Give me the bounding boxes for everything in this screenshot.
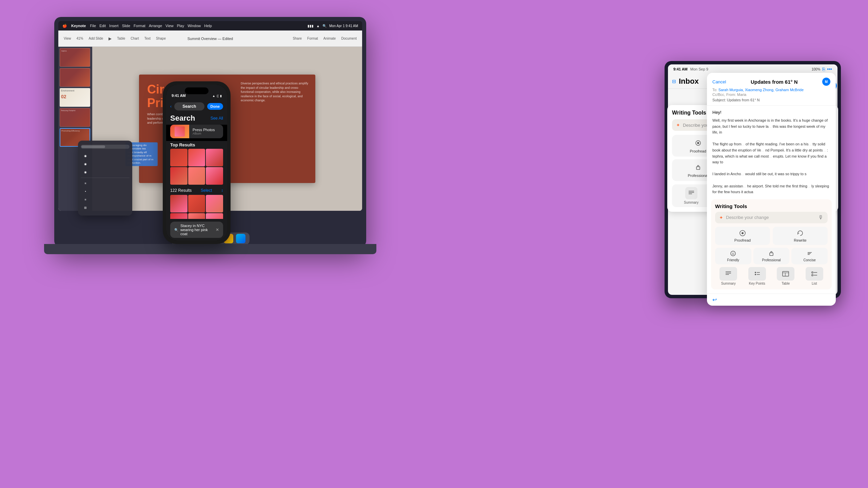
slide-thumb-4[interactable]: Reducing Footprint [60, 108, 90, 127]
sidebar-toggle-icon[interactable]: ⊟ [672, 79, 676, 84]
wt-email-placeholder: Describe your change [726, 215, 815, 220]
clear-search-button[interactable]: ✕ [216, 227, 219, 232]
wt-email-title: Writing Tools [715, 203, 828, 209]
email-body-text: Well, my first week in Anchorage is in t… [712, 118, 830, 195]
photo-cell-1[interactable] [170, 149, 188, 166]
search-icon[interactable]: 🔍 [322, 24, 327, 28]
album-subtitle: Album [193, 132, 215, 135]
wt-email-professional[interactable]: Professional [753, 248, 790, 264]
menu-items: File Edit Insert Slide Format Arrange Vi… [90, 24, 212, 28]
toolbar-chart[interactable]: Chart [131, 37, 139, 40]
photo-cell-3[interactable] [206, 149, 223, 166]
toolbar-table[interactable]: Table [117, 37, 125, 40]
done-button[interactable]: Done [207, 103, 223, 110]
photo-result-2[interactable] [188, 195, 205, 212]
menu-view[interactable]: View [165, 24, 174, 28]
slide-thumb-2[interactable] [60, 68, 90, 87]
ipad-battery: 100% [812, 67, 821, 71]
ipad-more-btn[interactable]: ••• [827, 66, 832, 72]
photo-result-3[interactable] [206, 195, 223, 212]
cancel-button[interactable]: Cancel [712, 79, 726, 84]
wt-email-rewrite[interactable]: Rewrite [773, 227, 828, 245]
toolbar-animate[interactable]: Animate [323, 37, 336, 40]
menu-play[interactable]: Play [177, 24, 184, 28]
wt-divider [81, 178, 130, 178]
wt-mac-items: ◉ ◉ ◉ ≡ • ≡ [81, 152, 130, 211]
menu-window[interactable]: Window [188, 24, 201, 28]
wt-email-summary-action[interactable]: Summary [715, 267, 742, 285]
toolbar-view-btn[interactable]: View [64, 37, 71, 40]
slide-thumb-1[interactable]: topics [60, 48, 90, 67]
toolbar-text[interactable]: Text [144, 37, 151, 40]
wt-email-proofread[interactable]: Proofread [715, 227, 770, 245]
table-action-label-email: Table [782, 282, 790, 285]
app-name: Keynote [71, 24, 86, 28]
wt-ipad-summary-action[interactable]: Summary [672, 184, 710, 207]
apple-logo-icon[interactable]: 🍎 [62, 24, 67, 28]
macbook-base [44, 244, 376, 254]
wt-mac-tabs [81, 145, 130, 149]
wt-mac-item-table[interactable]: ⊞ [81, 204, 130, 211]
menu-help[interactable]: Help [204, 24, 212, 28]
toolbar-shape[interactable]: Shape [156, 37, 166, 40]
reply-icon[interactable]: ↩ [712, 297, 717, 303]
menu-format[interactable]: Format [134, 24, 145, 28]
wt-email-input[interactable]: ✦ Describe your change 🎙 [715, 212, 828, 223]
toolbar-play[interactable]: ▶ [108, 36, 112, 41]
photo-cell-5[interactable] [188, 167, 205, 185]
photo-cell-2[interactable] [188, 149, 205, 166]
menu-insert[interactable]: Insert [109, 24, 119, 28]
search-bar[interactable]: Search [174, 102, 204, 110]
photo-result-1[interactable] [170, 195, 188, 212]
summary-action-label: Summary [684, 201, 698, 204]
toolbar-add-slide[interactable]: Add Slide [89, 37, 103, 40]
toolbar-zoom[interactable]: 41% [77, 37, 83, 40]
wt-mac-item-friendly[interactable]: ◉ [81, 152, 130, 160]
search-input-field[interactable]: 🔍 Stacey in NYC wearing her pink coat ✕ [170, 222, 223, 238]
wt-mac-tab-rewrite[interactable] [105, 145, 129, 148]
results-header: 122 Results Select ↕ [166, 186, 227, 195]
press-photos-album-card[interactable]: Press Photos Album [170, 125, 223, 138]
wt-mac-item-list[interactable]: ≡ [81, 196, 130, 203]
wt-email-table-action[interactable]: Table [772, 267, 799, 285]
wt-email-list-action[interactable]: List [801, 267, 828, 285]
sort-icon[interactable]: ↕ [221, 188, 223, 193]
dock-photos[interactable] [236, 234, 245, 243]
top-results-grid [166, 149, 227, 186]
wt-email-friendly-label: Friendly [727, 258, 739, 262]
iphone-time: 9:41 AM [172, 94, 186, 98]
wt-mac-item-professional[interactable]: ◉ [81, 160, 130, 168]
wt-email-keypoints-action[interactable]: Key Points [744, 267, 771, 285]
toolbar-share[interactable]: Share [293, 37, 302, 40]
ipad-compose-btn[interactable]: ⎘ [822, 66, 825, 72]
friendly-icon: ◉ [83, 154, 87, 158]
email-to-field: To: Sarah Murguia, Xiaomeng Zhong, Graha… [712, 88, 830, 92]
menu-edit[interactable]: Edit [99, 24, 106, 28]
select-button[interactable]: Select [201, 188, 212, 193]
wt-mac-item-summary[interactable]: ≡ [81, 180, 130, 187]
slide-thumb-3[interactable]: Environment 02 [60, 88, 90, 107]
mic-icon[interactable]: 🎙 [818, 215, 824, 221]
wt-email-friendly[interactable]: Friendly [715, 248, 751, 264]
menu-file[interactable]: File [90, 24, 96, 28]
results-count: 122 Results [170, 188, 192, 193]
menu-arrange[interactable]: Arrange [149, 24, 162, 28]
wt-mac-tab-proofread[interactable] [81, 145, 105, 148]
wifi-icon: (( [217, 94, 219, 98]
iphone-screen: 9:41 AM ▲ (( ▮ ‹ Search Done Search See … [166, 85, 227, 241]
svg-point-1 [697, 142, 699, 144]
ipad-date: Mon Sep 9 [690, 67, 708, 71]
menu-slide[interactable]: Slide [122, 24, 130, 28]
wt-mac-item-concise[interactable]: ◉ [81, 168, 130, 176]
toolbar-format[interactable]: Format [307, 37, 318, 40]
photo-cell-6[interactable] [206, 167, 223, 185]
see-all-button[interactable]: See All [211, 116, 223, 121]
back-button[interactable]: ‹ [170, 104, 172, 109]
writing-tools-email-section: Writing Tools ✦ Describe your change 🎙 P… [711, 199, 832, 289]
photo-cell-4[interactable] [170, 167, 188, 185]
wt-mac-item-keypoints[interactable]: • [81, 188, 130, 195]
search-section-title: Search See All [166, 113, 227, 125]
wt-email-concise[interactable]: Concise [791, 248, 828, 264]
toolbar-document[interactable]: Document [341, 37, 357, 40]
wt-email-rewrite-label: Rewrite [794, 238, 806, 242]
